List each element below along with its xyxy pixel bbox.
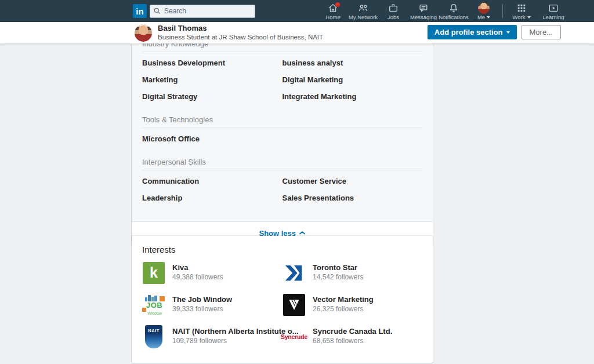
skill-item: Communication (142, 173, 282, 190)
kiva-logo: k (143, 262, 165, 284)
work-grid-icon (516, 2, 527, 14)
interest-item-vector-marketing[interactable]: Vector Marketing 26,325 followers (282, 293, 422, 325)
search-box (150, 5, 255, 18)
syncrude-logo: Syncrude (281, 333, 307, 340)
skill-item: Leadership (142, 190, 282, 206)
my-network-icon (357, 2, 369, 14)
nav-item-learning[interactable]: Learning (537, 0, 570, 22)
more-button[interactable]: More... (521, 25, 561, 39)
interest-item-nait[interactable]: NAIT NAIT (Northern Alberta Institute o.… (142, 325, 282, 357)
nav-divider (502, 4, 503, 18)
skill-item: business analyst (282, 54, 423, 71)
nav-item-messaging[interactable]: Messaging (408, 0, 439, 22)
profile-avatar[interactable] (135, 24, 152, 42)
nav-label-messaging: Messaging (410, 14, 437, 20)
skill-section-title: Tools & Technologies (142, 115, 422, 128)
skill-item: Digital Strategy (142, 88, 282, 105)
interest-name[interactable]: Toronto Star (313, 263, 363, 272)
interest-item-kiva[interactable]: k Kiva 49,388 followers (142, 261, 282, 293)
interest-name[interactable]: Syncrude Canada Ltd. (313, 327, 392, 336)
nav-label-notifications: Notifications (439, 14, 469, 20)
the-job-window-logo: JOB Window (142, 293, 165, 316)
profile-headline: Business Student at JR Shaw School of Bu… (158, 33, 323, 42)
skill-item: Customer Service (282, 173, 423, 190)
nav-item-work[interactable]: Work (506, 0, 537, 22)
linkedin-logo[interactable]: in (133, 4, 147, 18)
nav-item-me[interactable]: Me (469, 0, 499, 22)
skill-item: Business Development (142, 54, 282, 71)
interests-card: Interests k Kiva 49,388 followers Toront… (132, 236, 433, 363)
interest-name[interactable]: Vector Marketing (313, 295, 374, 304)
skill-item: Digital Marketing (282, 71, 423, 88)
bell-icon (448, 2, 459, 14)
interest-followers: 26,325 followers (313, 304, 374, 314)
profile-name: Basil Thomas (158, 24, 323, 33)
nav-label-home: Home (325, 14, 340, 20)
interest-name[interactable]: NAIT (Northern Alberta Institute o... (172, 327, 299, 336)
nav-item-my-network[interactable]: My Network (348, 0, 378, 22)
nav-label-jobs: Jobs (387, 14, 399, 20)
skill-section-title: Interpersonal Skills (142, 158, 422, 170)
chevron-up-icon (299, 230, 306, 235)
chevron-down-icon (527, 16, 531, 19)
profile-sticky-header: Basil Thomas Business Student at JR Shaw… (0, 22, 594, 43)
search-input[interactable] (150, 5, 255, 18)
nav-item-jobs[interactable]: Jobs (378, 0, 408, 22)
messaging-icon (418, 2, 429, 14)
interest-item-the-job-window[interactable]: JOB Window The Job Window 39,333 followe… (142, 293, 282, 325)
skill-section-tools-technologies: Tools & Technologies Microsoft Office (142, 115, 422, 152)
skill-item: Sales Presentations (282, 190, 423, 206)
interest-item-syncrude[interactable]: Syncrude Syncrude Canada Ltd. 68,658 fol… (282, 325, 422, 357)
skill-item: Marketing (142, 71, 282, 88)
add-profile-section-button[interactable]: Add profile section (428, 25, 517, 39)
nav-item-notifications[interactable]: Notifications (439, 0, 469, 22)
interest-followers: 109,789 followers (172, 336, 299, 345)
skill-item: Integrated Marketing (282, 88, 423, 105)
chevron-down-icon (506, 31, 510, 34)
add-profile-section-label: Add profile section (434, 28, 503, 37)
nav-label-me: Me (477, 14, 485, 20)
vector-marketing-logo (283, 294, 305, 316)
skill-section-interpersonal-skills: Interpersonal Skills Communication Custo… (142, 158, 422, 211)
interest-followers: 39,333 followers (172, 304, 232, 314)
nav-label-learning: Learning (543, 14, 564, 20)
skill-section-industry-knowledge: Industry Knowledge Business Development … (142, 39, 422, 110)
top-nav: in Home My Network (0, 0, 594, 22)
nav-label-work: Work (513, 14, 526, 20)
learning-icon (548, 2, 559, 14)
toronto-star-logo (283, 262, 305, 284)
jobs-icon (387, 2, 399, 14)
nait-logo: NAIT (145, 325, 162, 348)
nav-label-my-network: My Network (349, 14, 378, 20)
skills-card: Industry Knowledge Business Development … (132, 36, 433, 245)
search-icon (153, 7, 161, 15)
me-avatar (478, 2, 490, 14)
interest-item-toronto-star[interactable]: Toronto Star 14,542 followers (282, 261, 422, 293)
home-notification-badge (335, 2, 341, 8)
chevron-down-icon (487, 16, 490, 19)
interest-name[interactable]: Kiva (172, 263, 223, 272)
skill-item: Microsoft Office (142, 130, 282, 147)
interests-title: Interests (142, 245, 422, 254)
interest-name[interactable]: The Job Window (172, 295, 232, 304)
nav-item-home[interactable]: Home (318, 0, 348, 22)
interest-followers: 68,658 followers (313, 336, 392, 345)
interest-followers: 49,388 followers (172, 272, 223, 282)
interest-followers: 14,542 followers (313, 272, 363, 282)
